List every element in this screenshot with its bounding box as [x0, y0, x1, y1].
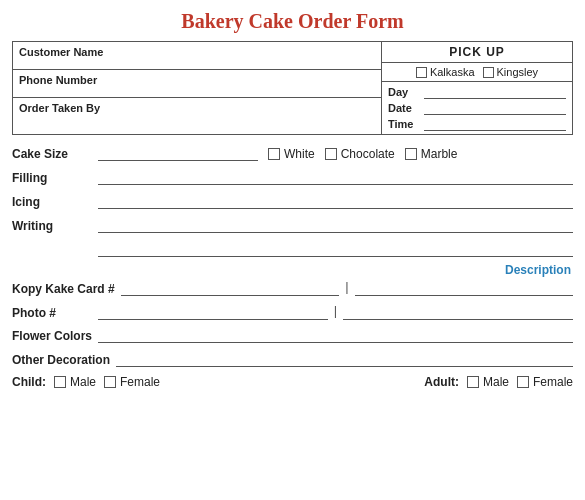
description-section: Description Kopy Kake Card # | Photo # |…: [12, 263, 573, 367]
time-label: Time: [388, 118, 420, 130]
chocolate-label: Chocolate: [341, 147, 395, 161]
child-female-label: Female: [120, 375, 160, 389]
icing-input[interactable]: [98, 193, 573, 209]
other-decoration-row: Other Decoration: [12, 351, 573, 367]
customer-info-section: Customer Name Phone Number Order Taken B…: [13, 42, 382, 134]
child-group: Child: Male Female: [12, 375, 160, 389]
writing-row: Writing: [12, 217, 573, 233]
kingsley-location: Kingsley: [483, 66, 539, 78]
date-input[interactable]: [424, 101, 566, 115]
filling-row: Filling: [12, 169, 573, 185]
chocolate-checkbox[interactable]: [325, 148, 337, 160]
white-option: White: [268, 147, 315, 161]
pickup-locations: Kalkaska Kingsley: [382, 63, 572, 82]
white-checkbox[interactable]: [268, 148, 280, 160]
order-taken-label: Order Taken By: [19, 102, 100, 114]
adult-male-checkbox[interactable]: [467, 376, 479, 388]
adult-group: Adult: Male Female: [424, 375, 573, 389]
kalkaska-radio[interactable]: [416, 67, 427, 78]
icing-row: Icing: [12, 193, 573, 209]
white-label: White: [284, 147, 315, 161]
child-label: Child:: [12, 375, 46, 389]
child-male-option: Male: [54, 375, 96, 389]
marble-label: Marble: [421, 147, 458, 161]
cake-size-input[interactable]: [98, 145, 258, 161]
other-decoration-label: Other Decoration: [12, 353, 110, 367]
page-title: Bakery Cake Order Form: [12, 10, 573, 33]
writing-input[interactable]: [98, 217, 573, 233]
customer-name-label: Customer Name: [19, 46, 103, 58]
day-input[interactable]: [424, 85, 566, 99]
customer-name-row: Customer Name: [13, 42, 381, 70]
phone-number-label: Phone Number: [19, 74, 97, 86]
kopy-kake-input-left[interactable]: [121, 280, 339, 296]
child-male-checkbox[interactable]: [54, 376, 66, 388]
marble-checkbox[interactable]: [405, 148, 417, 160]
cake-type-group: White Chocolate Marble: [268, 147, 457, 161]
flower-colors-label: Flower Colors: [12, 329, 92, 343]
top-section: Customer Name Phone Number Order Taken B…: [12, 41, 573, 135]
child-adult-row: Child: Male Female Adult: Male: [12, 375, 573, 389]
child-female-option: Female: [104, 375, 160, 389]
writing-label: Writing: [12, 219, 92, 233]
adult-male-label: Male: [483, 375, 509, 389]
icing-label: Icing: [12, 195, 92, 209]
photo-divider: |: [334, 303, 337, 320]
writing-extra-row: [98, 241, 573, 257]
date-row: Date: [388, 101, 566, 115]
kopy-kake-row: Kopy Kake Card # |: [12, 279, 573, 296]
child-female-checkbox[interactable]: [104, 376, 116, 388]
kingsley-radio[interactable]: [483, 67, 494, 78]
date-label: Date: [388, 102, 420, 114]
day-row: Day: [388, 85, 566, 99]
kopy-kake-divider: |: [345, 279, 348, 296]
filling-input[interactable]: [98, 169, 573, 185]
photo-input-right[interactable]: [343, 304, 573, 320]
photo-input-left[interactable]: [98, 304, 328, 320]
other-decoration-input[interactable]: [116, 351, 573, 367]
description-header: Description: [12, 263, 573, 277]
kopy-kake-input-right[interactable]: [355, 280, 573, 296]
filling-label: Filling: [12, 171, 92, 185]
photo-row: Photo # |: [12, 303, 573, 320]
pickup-header: PICK UP: [382, 42, 572, 63]
day-label: Day: [388, 86, 420, 98]
adult-female-checkbox[interactable]: [517, 376, 529, 388]
kingsley-label: Kingsley: [497, 66, 539, 78]
form-section: Cake Size White Chocolate Marble Filling: [12, 145, 573, 389]
phone-number-row: Phone Number: [13, 70, 381, 98]
time-row: Time: [388, 117, 566, 131]
photo-label: Photo #: [12, 306, 92, 320]
adult-label: Adult:: [424, 375, 459, 389]
adult-female-label: Female: [533, 375, 573, 389]
chocolate-option: Chocolate: [325, 147, 395, 161]
child-male-label: Male: [70, 375, 96, 389]
kalkaska-location: Kalkaska: [416, 66, 475, 78]
pickup-section: PICK UP Kalkaska Kingsley Day Date: [382, 42, 572, 134]
adult-male-option: Male: [467, 375, 509, 389]
kopy-kake-label: Kopy Kake Card #: [12, 282, 115, 296]
marble-option: Marble: [405, 147, 458, 161]
cake-size-label: Cake Size: [12, 147, 92, 161]
adult-female-option: Female: [517, 375, 573, 389]
kalkaska-label: Kalkaska: [430, 66, 475, 78]
flower-colors-input[interactable]: [98, 327, 573, 343]
writing-extra-input[interactable]: [98, 241, 573, 257]
time-input[interactable]: [424, 117, 566, 131]
pickup-fields: Day Date Time: [382, 82, 572, 134]
flower-colors-row: Flower Colors: [12, 327, 573, 343]
order-taken-row: Order Taken By: [13, 98, 381, 126]
cake-size-row: Cake Size White Chocolate Marble: [12, 145, 573, 161]
